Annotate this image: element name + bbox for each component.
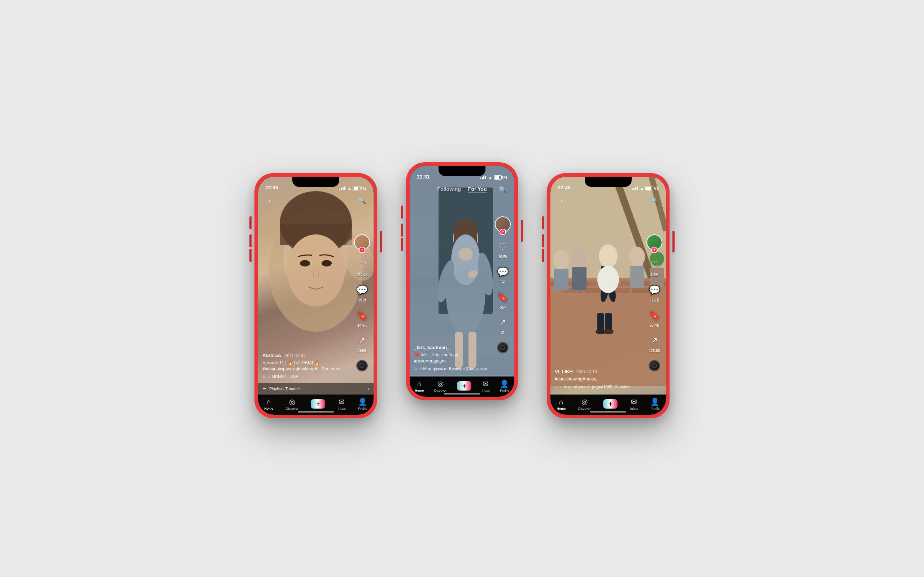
phone-2-nav-home[interactable]: ⌂ Home [415,380,424,392]
phone-1-profile-icon: 👤 [358,397,367,406]
svg-rect-50 [597,313,604,331]
phone-3-bookmark-button[interactable]: 🔖 [647,308,662,322]
phone-2-search-button[interactable]: 🔍 [497,184,509,195]
phone-3-share-count: 128,6К [649,349,660,353]
phone-1-like-count: 230,4К [356,273,367,277]
phone-3-back-button[interactable]: ‹ [556,195,568,206]
phone-2-following-tab[interactable]: Following [438,186,461,193]
phone-3-search-button[interactable]: 🔍 [649,195,660,206]
phone-2-nav-plus[interactable]: + [457,381,472,390]
phone-2-nav-header: Following For You 🔍 [410,182,514,198]
svg-point-35 [553,250,569,270]
phone-1-bookmark-button[interactable]: 🔖 [355,308,369,322]
phone-3-bookmark-count: 57,4К [650,324,659,327]
phone-2-music-icon: ♫ [414,366,417,371]
phone-1-follow-button[interactable]: + [359,247,365,253]
phone-3-follow-button[interactable]: + [651,247,657,253]
phone-3-inbox-icon: ✉ [631,397,637,406]
phone-1-battery-num: 72 [362,187,366,190]
phone-2-inbox-label: Inbox [482,389,490,392]
phone-1-profile-label: Profile [358,407,367,410]
phone-1-playlist-icon: ☰ [262,386,267,391]
phone-3-screen: 22:40 ▲ 72 [551,177,666,415]
phone-2-wifi-icon: ▲ [488,175,492,180]
phone-2-foryou-tab[interactable]: For You [468,186,487,193]
phone-2-battery-num: 74 [503,176,507,180]
phone-1-wifi-icon: ▲ [347,186,352,190]
phone-1-sound-name: ♫ MONEY - LISA [267,374,298,379]
phone-3-like-action: ♡ 1,8М [647,258,662,277]
svg-point-18 [459,248,473,261]
phone-1-like-action: ♡ 230,4К [355,258,369,277]
phone-3-nav-inbox[interactable]: ✉ Inbox [630,397,638,410]
phone-3-signal [632,187,638,190]
phone-2-bookmark-count: 354 [500,305,506,309]
svg-rect-36 [554,269,569,290]
phone-3: 22:40 ▲ 72 [547,173,670,418]
phone-3-nav-plus[interactable]: + [603,399,617,409]
phone-1-playlist-bar[interactable]: ☰ Playlist - Tutorials › [258,383,373,395]
phone-2-like-count: 10,5К [498,255,507,259]
phone-2-nav-profile[interactable]: 👤 Profile [500,379,509,392]
phone-1-creator-avatar-wrap: + [354,234,370,250]
phone-3-comment-button[interactable]: 💬 [647,283,662,297]
svg-rect-51 [605,313,612,331]
phone-3-comment-icon: 💬 [649,285,660,296]
phone-3-caption: #dance#swing#танец [555,376,644,382]
phone-3-sound-row: ♫ ♫ original sound - jorgee1992 (Contain… [555,384,644,389]
phone-3-bottom-info: VI_LIKH 2021-12-10 #dance#swing#танец ♫ … [555,368,644,389]
phone-2-signal [480,176,486,179]
svg-point-53 [604,329,614,334]
phone-2-music-disc [497,342,509,353]
phone-2-share-icon: ↗ [499,318,506,327]
phone-1-plus-button[interactable]: + [311,399,325,409]
phone-1-share-button[interactable]: ↗ [355,333,369,348]
phone-2-sound-name: ♫ Мои трусы от Баввери (Contains m... [419,366,491,371]
phone-3-plus-button[interactable]: + [603,399,617,409]
phone-1-notch [292,177,339,187]
phone-1-nav-discover[interactable]: ◎ Discover [286,397,299,410]
phone-2-share-button[interactable]: ↗ [496,315,510,330]
phone-1-nav-inbox[interactable]: ✉ Inbox [338,397,346,410]
phone-1-bookmark-count: 14,3К [357,324,367,327]
phone-3-battery-num: 72 [655,187,659,190]
phone-3-share-button[interactable]: ↗ [647,333,662,348]
phone-1-comment-button[interactable]: 💬 [355,283,369,297]
phone-1-share-action: ↗ 159S [355,333,369,353]
phone-1-nav-profile[interactable]: 👤 Profile [358,397,367,410]
phone-2-screen: 22:31 ▲ 74 [410,166,514,397]
phone-1-creator-line: AuroraA 2021-10-31 [262,352,352,358]
phone-2-nav-inbox[interactable]: ✉ Inbox [482,379,490,392]
phone-1-playlist-arrow: › [368,386,369,391]
svg-rect-38 [572,267,586,290]
phone-1-bottom-info: AuroraA 2021-10-31 Episode 11 | 🔥TUTORIA… [262,352,352,379]
phone-3-creator-avatar-wrap: + [646,234,662,250]
phone-2-status-icons: ▲ 74 [480,175,507,180]
phone-2-creator-line: _kris_kaufman_ [414,344,493,351]
phone-3-like-button[interactable]: ♡ [647,258,662,272]
phone-2-nav-discover[interactable]: ◎ Discover [434,379,447,392]
phone-1-nav-plus[interactable]: + [311,399,325,409]
phone-2-discover-label: Discover [434,389,447,392]
phone-2-follow-button[interactable]: + [499,229,506,235]
phone-3-nav-profile[interactable]: 👤 Profile [650,397,660,410]
phone-1-username: AuroraA [262,353,281,358]
phone-1-nav-home[interactable]: ⌂ Home [264,398,273,410]
phone-3-inbox-label: Inbox [630,407,638,410]
phone-3-nav-discover[interactable]: ◎ Discover [578,397,591,410]
phone-2-like-button[interactable]: ♡ [496,239,510,254]
phone-3-music-icon: ♫ [555,384,558,389]
phone-2-time: 22:31 [417,174,430,180]
phone-1-like-button[interactable]: ♡ [355,258,369,272]
phone-2-sidebar-actions: + ♡ 10,5К 💬 32 [495,216,511,353]
phone-2-share-action: ↗ 21 [496,315,510,335]
phone-2-bookmark-button[interactable]: 🔖 [496,290,510,305]
phone-1-back-button[interactable]: ‹ [264,195,275,206]
phone-1-share-icon: ↗ [359,336,365,345]
phone-3-nav-home[interactable]: ⌂ Home [557,398,565,410]
phone-1-search-button[interactable]: 🔍 [356,195,368,206]
phone-2-plus-button[interactable]: + [457,381,472,390]
phone-2-username: _kris_kaufman_ [414,345,449,350]
phone-2-comment-button[interactable]: 💬 [496,265,510,279]
phone-1-music-disc [356,360,368,371]
